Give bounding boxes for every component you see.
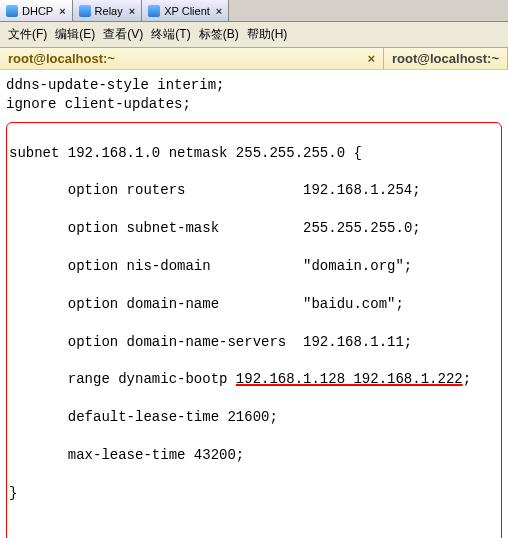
menu-help[interactable]: 帮助(H)	[245, 25, 290, 44]
tab-label: Relay	[95, 5, 123, 17]
terminal-tab-label: root@localhost:~	[8, 51, 115, 66]
tab-label: XP Client	[164, 5, 210, 17]
option-line: option subnet-mask 255.255.255.0;	[9, 219, 499, 238]
window-tab-bar: DHCP × Relay × XP Client ×	[0, 0, 508, 22]
menu-view[interactable]: 查看(V)	[101, 25, 145, 44]
menu-edit[interactable]: 编辑(E)	[53, 25, 97, 44]
close-icon[interactable]: ×	[367, 51, 375, 66]
tab-xp-client[interactable]: XP Client ×	[142, 0, 229, 21]
menu-tabs[interactable]: 标签(B)	[197, 25, 241, 44]
terminal-tab-label: root@localhost:~	[392, 51, 499, 66]
monitor-icon	[79, 5, 91, 17]
menu-bar: 文件(F) 编辑(E) 查看(V) 终端(T) 标签(B) 帮助(H)	[0, 22, 508, 48]
option-line: option domain-name "baidu.com";	[9, 295, 499, 314]
max-lease-line: max-lease-time 43200;	[9, 446, 499, 465]
menu-file[interactable]: 文件(F)	[6, 25, 49, 44]
monitor-icon	[148, 5, 160, 17]
block-close: }	[9, 484, 499, 503]
tab-dhcp[interactable]: DHCP ×	[0, 0, 73, 21]
option-line: option domain-name-servers 192.168.1.11;	[9, 333, 499, 352]
range-line: range dynamic-bootp 192.168.1.128 192.16…	[9, 370, 499, 389]
option-line: option nis-domain "domain.org";	[9, 257, 499, 276]
tab-relay[interactable]: Relay ×	[73, 0, 143, 21]
monitor-icon	[6, 5, 18, 17]
range-underlined: 192.168.1.128 192.168.1.222	[236, 371, 463, 387]
terminal-content: ddns-update-style interim; ignore client…	[0, 70, 508, 538]
default-lease-line: default-lease-time 21600;	[9, 408, 499, 427]
subnet-block-1: subnet 192.168.1.0 netmask 255.255.255.0…	[6, 122, 502, 538]
config-line: ignore client-updates;	[6, 95, 502, 114]
config-line: ddns-update-style interim;	[6, 76, 502, 95]
close-icon[interactable]: ×	[59, 5, 65, 17]
tab-label: DHCP	[22, 5, 53, 17]
terminal-tab-1[interactable]: root@localhost:~ ×	[0, 48, 384, 69]
option-line: option routers 192.168.1.254;	[9, 181, 499, 200]
terminal-tab-bar: root@localhost:~ × root@localhost:~	[0, 48, 508, 70]
close-icon[interactable]: ×	[129, 5, 135, 17]
subnet-decl: subnet 192.168.1.0 netmask 255.255.255.0…	[9, 144, 499, 163]
close-icon[interactable]: ×	[216, 5, 222, 17]
terminal-tab-2[interactable]: root@localhost:~	[384, 48, 508, 69]
menu-terminal[interactable]: 终端(T)	[149, 25, 192, 44]
